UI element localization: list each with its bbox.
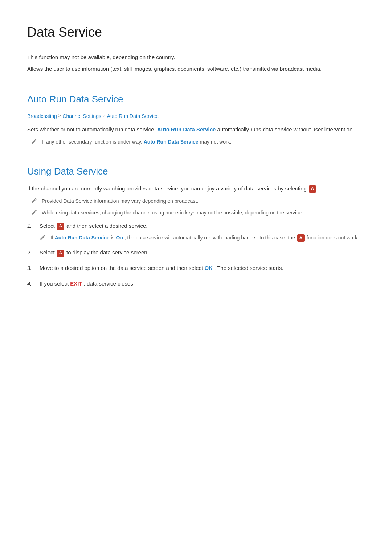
step-4: 4. If you select EXIT , data service clo…: [27, 279, 365, 288]
steps-list: 1. Select A and then select a desired se…: [27, 222, 365, 288]
breadcrumb: Broadcasting > Channel Settings > Auto R…: [27, 112, 365, 120]
step1-on-text: On: [116, 235, 123, 241]
breadcrumb-link-channel-settings[interactable]: Channel Settings: [62, 112, 101, 120]
section1-note-highlight: Auto Run Data Service: [144, 139, 199, 145]
section2-intro: If the channel you are currently watchin…: [27, 184, 365, 193]
breadcrumb-link-broadcasting[interactable]: Broadcasting: [27, 112, 57, 120]
step3-content: Move to a desired option on the data ser…: [40, 264, 365, 273]
intro-para-2: Allows the user to use information (text…: [27, 65, 365, 74]
section1-body-text1: Sets whether or not to automatically run…: [27, 126, 156, 132]
section2-note1-text: Provided Data Service information may va…: [42, 197, 198, 205]
section2-note1: Provided Data Service information may va…: [31, 197, 365, 205]
step1-nested-text: If Auto Run Data Service is On , the dat…: [50, 234, 359, 242]
step4-content: If you select EXIT , data service closes…: [40, 279, 365, 288]
step1-nested-highlight: Auto Run Data Service: [55, 235, 110, 241]
section1-highlight1: Auto Run Data Service: [157, 126, 216, 132]
intro-para-1: This function may not be available, depe…: [27, 53, 365, 62]
section1-note-text: If any other secondary function is under…: [42, 138, 232, 146]
pencil-icon-2: [31, 209, 38, 216]
step-1: 1. Select A and then select a desired se…: [27, 222, 365, 242]
pencil-icon-3: [40, 234, 47, 241]
step1-text-after: and then select a desired service.: [66, 223, 147, 229]
step-3: 3. Move to a desired option on the data …: [27, 264, 365, 273]
section1-title: Auto Run Data Service: [27, 92, 365, 107]
step2-text-after: to display the data service screen.: [66, 249, 149, 255]
a-badge-step1: A: [57, 223, 64, 230]
step4-text-after: , data service closes.: [84, 280, 135, 287]
step3-text: Move to a desired option on the data ser…: [40, 265, 204, 271]
step2-content: Select A to display the data service scr…: [40, 248, 365, 257]
section2-note2: While using data services, changing the …: [31, 209, 365, 217]
step2-text-before: Select: [40, 249, 56, 255]
step3-ok: OK: [204, 265, 213, 271]
step1-text-before: Select: [40, 223, 56, 229]
breadcrumb-sep-1: >: [58, 112, 61, 120]
section2-title: Using Data Service: [27, 164, 365, 179]
step2-num: 2.: [27, 248, 34, 257]
section-auto-run: Auto Run Data Service Broadcasting > Cha…: [27, 92, 365, 146]
step1-num: 1.: [27, 222, 34, 231]
a-badge-intro: A: [309, 185, 316, 193]
step3-num: 3.: [27, 264, 34, 273]
step1-content: Select A and then select a desired servi…: [40, 222, 365, 242]
section-using-data-service: Using Data Service If the channel you ar…: [27, 164, 365, 288]
breadcrumb-link-auto-run[interactable]: Auto Run Data Service: [107, 112, 159, 120]
page-title: Data Service: [27, 22, 365, 43]
a-badge-step2: A: [57, 250, 64, 257]
breadcrumb-sep-2: >: [103, 112, 106, 120]
step4-num: 4.: [27, 279, 34, 288]
step1-nested-note: If Auto Run Data Service is On , the dat…: [40, 234, 365, 242]
step-2: 2. Select A to display the data service …: [27, 248, 365, 257]
pencil-icon: [31, 138, 38, 145]
step4-exit: EXIT: [70, 280, 82, 287]
pencil-icon-1: [31, 197, 38, 205]
step3-text-after: . The selected service starts.: [214, 265, 283, 271]
section2-note2-text: While using data services, changing the …: [42, 209, 303, 217]
a-badge-nested: A: [297, 234, 305, 242]
section1-body: Sets whether or not to automatically run…: [27, 125, 365, 134]
section1-note: If any other secondary function is under…: [31, 138, 365, 146]
step4-text-before: If you select: [40, 280, 70, 287]
section1-body-text2: automatically runs data service without …: [217, 126, 354, 132]
